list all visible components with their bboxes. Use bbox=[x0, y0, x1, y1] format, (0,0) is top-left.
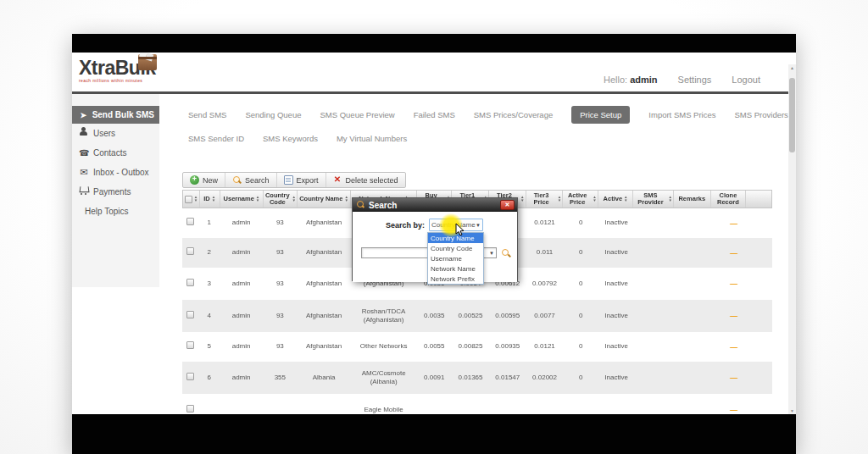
table-row: Eagle Mobile bbox=[182, 394, 772, 414]
delete-selected-button[interactable]: Delete selected bbox=[326, 173, 405, 187]
scrollbar-up-icon[interactable]: ▲ bbox=[788, 65, 796, 70]
tab-failed-sms[interactable]: Failed SMS bbox=[414, 110, 455, 119]
scrollbar-thumb[interactable] bbox=[789, 78, 795, 152]
cell-network-name: Other Networks bbox=[351, 341, 417, 352]
logout-link[interactable]: Logout bbox=[732, 75, 760, 85]
cell-active-status: Inactive bbox=[598, 218, 634, 228]
input-chevron-down-icon[interactable]: ▼ bbox=[489, 251, 494, 256]
search-by-label: Search by: bbox=[353, 221, 425, 230]
column-label: Country Code bbox=[264, 192, 290, 207]
cell-remarks bbox=[675, 315, 712, 317]
sidebar-item-send-bulk-sms[interactable]: Send Bulk SMS bbox=[72, 106, 159, 124]
toolbar-button-label: Export bbox=[297, 176, 319, 185]
tab-sms-sender-id[interactable]: SMS Sender ID bbox=[188, 134, 244, 143]
search-by-option-network-name[interactable]: Network Name bbox=[428, 263, 483, 274]
edit-pencil-icon[interactable]: ✎ bbox=[771, 409, 772, 411]
edit-pencil-icon[interactable]: ✎ bbox=[771, 223, 772, 224]
cell-active-status: Inactive bbox=[598, 247, 634, 257]
export-button[interactable]: Export bbox=[277, 173, 326, 187]
cell-active-price: 0 bbox=[563, 341, 598, 352]
sort-arrows-icon[interactable]: ▲▼ bbox=[593, 196, 596, 202]
run-search-icon[interactable] bbox=[501, 248, 511, 258]
tab-import-sms-prices[interactable]: Import SMS Prices bbox=[648, 110, 715, 119]
sort-arrows-icon[interactable]: ▲▼ bbox=[669, 196, 672, 202]
chevron-down-icon: ▼ bbox=[476, 223, 481, 228]
edit-pencil-icon[interactable]: ✎ bbox=[771, 283, 772, 285]
cell-active-status: Inactive bbox=[598, 373, 634, 383]
tab-sms-prices-coverage[interactable]: SMS Prices/Coverage bbox=[474, 110, 553, 119]
cell-buy-price: 0.0091 bbox=[416, 373, 452, 383]
cell-country-code: 93 bbox=[263, 218, 297, 228]
cell-sms-provider bbox=[634, 283, 675, 285]
send-arrow-icon bbox=[79, 110, 88, 119]
row-checkbox[interactable] bbox=[186, 341, 194, 349]
close-icon[interactable]: ✕ bbox=[500, 200, 515, 210]
row-checkbox[interactable] bbox=[186, 218, 194, 225]
row-checkbox[interactable] bbox=[186, 279, 194, 286]
sort-arrows-icon[interactable]: ▲▼ bbox=[194, 196, 198, 202]
cell-id: 5 bbox=[199, 341, 220, 352]
edit-pencil-icon[interactable]: ✎ bbox=[771, 315, 772, 317]
sidebar-item-payments[interactable]: Payments bbox=[72, 182, 159, 202]
tab-sending-queue[interactable]: Sending Queue bbox=[245, 110, 301, 119]
tab-sms-queue-preview[interactable]: SMS Queue Preview bbox=[320, 110, 394, 119]
sidebar-item-label: Payments bbox=[93, 187, 131, 197]
sort-arrows-icon[interactable]: ▲▼ bbox=[292, 196, 295, 202]
column-header-actions bbox=[746, 191, 771, 208]
new-button[interactable]: New bbox=[183, 173, 225, 187]
table-row: 4 admin 93 Afghanistan Roshan/TDCA (Afgh… bbox=[182, 300, 772, 332]
logo-basket-icon bbox=[138, 54, 157, 70]
search-by-option-username[interactable]: Username bbox=[428, 253, 483, 263]
tab-price-setup[interactable]: Price Setup bbox=[571, 106, 630, 124]
sidebar-item-users[interactable]: Users bbox=[72, 124, 159, 143]
tab-send-sms[interactable]: Send SMS bbox=[188, 110, 226, 119]
column-header-tier3-price: Tier3 Price▲▼ bbox=[526, 191, 564, 208]
cell-id bbox=[199, 409, 220, 411]
row-checkbox[interactable] bbox=[186, 247, 194, 255]
settings-link[interactable]: Settings bbox=[678, 75, 712, 85]
column-label: Active Price bbox=[564, 192, 591, 207]
cell-active-price: 0 bbox=[563, 247, 598, 257]
sidebar-item-help-topics[interactable]: Help Topics bbox=[72, 202, 159, 221]
column-header-active: Active▲▼ bbox=[598, 191, 634, 208]
sort-arrows-icon[interactable]: ▲▼ bbox=[344, 196, 348, 202]
column-header-username: Username▲▼ bbox=[220, 191, 264, 208]
cell-id: 3 bbox=[199, 279, 220, 289]
row-checkbox[interactable] bbox=[186, 311, 194, 318]
cell-country-name: Afghanistan bbox=[297, 247, 351, 257]
column-label: Remarks bbox=[678, 196, 705, 202]
sidebar-item-contacts[interactable]: Contacts bbox=[72, 143, 159, 163]
sort-arrows-icon[interactable]: ▲▼ bbox=[624, 196, 627, 202]
sidebar: Send Bulk SMS Users Contacts Inbox - Out… bbox=[72, 94, 159, 287]
sort-arrows-icon[interactable]: ▲▼ bbox=[212, 196, 215, 202]
row-checkbox[interactable] bbox=[186, 405, 194, 412]
column-label: Username bbox=[224, 196, 254, 202]
mail-icon bbox=[79, 167, 89, 178]
sort-arrows-icon[interactable]: ▲▼ bbox=[256, 196, 259, 202]
edit-pencil-icon[interactable]: ✎ bbox=[771, 377, 772, 379]
tab-sms-keywords[interactable]: SMS Keywords bbox=[263, 134, 318, 143]
sidebar-item-inbox-outbox[interactable]: Inbox - Outbox bbox=[72, 163, 159, 182]
cell-username: admin bbox=[220, 373, 264, 383]
cell-active-price: 0 bbox=[563, 311, 598, 321]
search-by-option-country-code[interactable]: Country Code bbox=[428, 243, 483, 253]
search-by-option-country-name[interactable]: Country Name bbox=[428, 233, 483, 243]
search-by-select[interactable]: Country Name ▼ bbox=[429, 219, 483, 231]
edit-pencil-icon[interactable]: ✎ bbox=[771, 346, 772, 348]
search-dialog-titlebar[interactable]: Search ✕ bbox=[353, 198, 517, 212]
scrollbar-down-icon[interactable]: ▼ bbox=[788, 408, 796, 413]
vertical-scrollbar[interactable]: ▲ ▼ bbox=[788, 64, 796, 414]
select-all-checkbox[interactable] bbox=[185, 196, 192, 203]
row-checkbox[interactable] bbox=[186, 373, 194, 380]
search-button[interactable]: Search bbox=[225, 173, 277, 187]
cell-active-status: Inactive bbox=[598, 311, 634, 321]
tab-my-virtual-numbers[interactable]: My Virtual Numbers bbox=[337, 134, 407, 143]
sort-arrows-icon[interactable]: ▲▼ bbox=[520, 196, 524, 202]
tab-sms-providers[interactable]: SMS Providers bbox=[735, 110, 788, 119]
edit-pencil-icon[interactable]: ✎ bbox=[771, 252, 772, 254]
column-header-country-name: Country Name▲▼ bbox=[298, 191, 351, 208]
sort-arrows-icon[interactable]: ▲▼ bbox=[558, 196, 561, 202]
tabs-row-1: Send SMSSending QueueSMS Queue PreviewFa… bbox=[188, 106, 788, 124]
export-icon bbox=[284, 175, 293, 185]
search-by-option-network-prefix[interactable]: Network Prefix bbox=[428, 274, 483, 284]
